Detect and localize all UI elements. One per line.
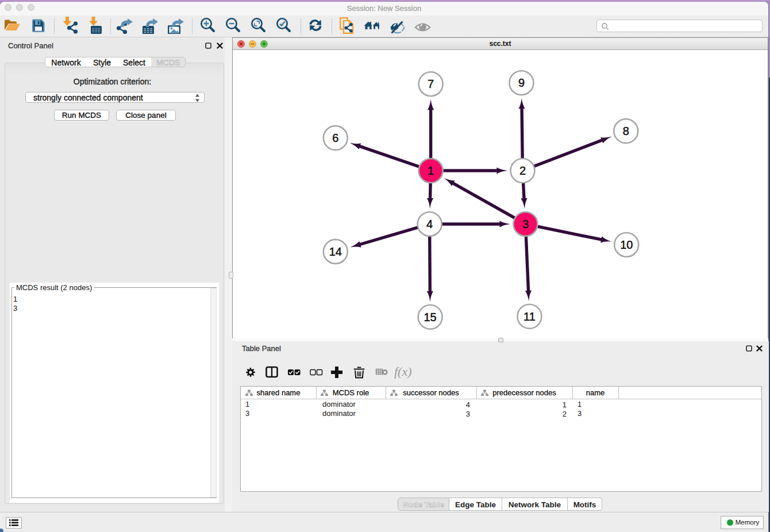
svg-text:8: 8: [623, 125, 629, 137]
svg-text:11: 11: [523, 310, 536, 323]
svg-text:6: 6: [332, 132, 338, 144]
svg-text:4: 4: [426, 218, 433, 230]
svg-text:1: 1: [428, 164, 434, 177]
svg-text:2: 2: [519, 164, 526, 177]
svg-text:14: 14: [329, 245, 342, 258]
svg-text:10: 10: [620, 238, 633, 251]
svg-text:9: 9: [518, 76, 525, 89]
svg-text:15: 15: [424, 311, 437, 323]
svg-text:7: 7: [428, 78, 434, 90]
svg-text:3: 3: [522, 218, 529, 230]
